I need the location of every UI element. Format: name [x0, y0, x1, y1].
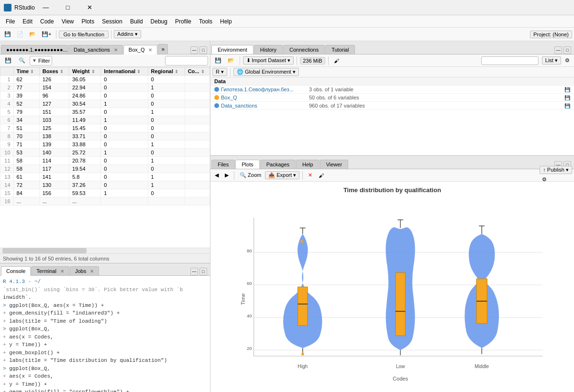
editor-collapse-button[interactable]: — — [190, 46, 198, 54]
tab-close-terminal[interactable]: ✕ — [60, 269, 64, 274]
plots-forward-button[interactable]: ▶ — [222, 170, 231, 181]
save-button[interactable]: 💾 — [2, 29, 13, 40]
menu-view[interactable]: View — [58, 17, 78, 26]
tab-console[interactable]: Console — [1, 266, 31, 276]
cell-value: 39 — [13, 92, 39, 100]
menu-code[interactable]: Code — [36, 17, 58, 26]
env-name-hypothesis: Гипотеза.1.Севофлуран.без... — [221, 87, 307, 92]
col-header-regional[interactable]: Regional ⇕ — [148, 67, 185, 76]
cell-value: 15.45 — [69, 124, 101, 132]
cell-value: 5.8 — [69, 173, 101, 181]
tab-jobs[interactable]: Jobs ✕ — [70, 266, 99, 275]
cell-value: 138 — [39, 132, 69, 141]
minimize-button[interactable]: — — [35, 0, 57, 15]
editor-save-btn[interactable]: 💾 — [2, 56, 14, 65]
menu-help[interactable]: Help — [216, 17, 236, 26]
tab-close-jobs[interactable]: ✕ — [90, 269, 94, 274]
env-settings-button[interactable]: ⚙ — [563, 55, 572, 66]
tab-packages[interactable]: Packages — [260, 160, 296, 169]
tab-more-button[interactable]: » — [158, 44, 168, 54]
col-header-weight[interactable]: Weight ⇕ — [69, 67, 101, 76]
console-collapse-button[interactable]: — — [190, 268, 198, 275]
env-row-boxq[interactable]: Box_Q 50 obs. of 6 variables 💾 — [210, 94, 574, 102]
cell-value: 96 — [39, 92, 69, 100]
cell-value: 0 — [101, 157, 148, 165]
svg-text:60: 60 — [247, 281, 252, 286]
tab-data-sanctions[interactable]: Data_sanctions ✕ — [68, 45, 123, 54]
env-expand-button[interactable]: □ — [563, 46, 571, 54]
cell-value: 30.54 — [69, 100, 101, 108]
table-row: 16212636.0500 — [0, 76, 210, 84]
open-file-button[interactable]: 📂 — [27, 29, 38, 40]
list-view-button[interactable]: List ▾ — [542, 56, 561, 65]
tab-environment[interactable]: Environment — [211, 45, 254, 54]
menu-profile[interactable]: Profile — [171, 17, 195, 26]
menu-debug[interactable]: Debug — [147, 17, 171, 26]
export-button[interactable]: 📤 Export ▾ — [265, 171, 299, 179]
cell-value: 58 — [13, 157, 39, 165]
tab-label-box-q: Box_Q — [129, 47, 145, 53]
tab-terminal[interactable]: Terminal ✕ — [31, 266, 69, 275]
zoom-button[interactable]: 🔍 Zoom — [237, 170, 264, 181]
go-to-file-button[interactable]: Go to file/function — [59, 31, 109, 38]
env-save-icon-datasanctions: 💾 — [564, 103, 570, 109]
tab-files[interactable]: Files — [211, 160, 235, 169]
table-search-input[interactable] — [165, 56, 208, 65]
col-header-international[interactable]: International ⇕ — [101, 67, 148, 76]
col-header-boxes[interactable]: Boxes ⇕ — [39, 67, 69, 76]
save-all-button[interactable]: 💾+ — [39, 29, 54, 40]
maximize-button[interactable]: □ — [57, 0, 79, 15]
tab-viewer[interactable]: Viewer — [320, 160, 348, 169]
r-dropdown[interactable]: R ▾ — [212, 68, 227, 76]
menu-session[interactable]: Session — [98, 17, 126, 26]
cell-value: 34 — [13, 116, 39, 124]
cell-value: 0 — [148, 92, 185, 100]
plots-delete-button[interactable]: ✕ — [306, 170, 315, 181]
tab-close-box-q[interactable]: ✕ — [148, 47, 152, 53]
env-save-button[interactable]: 💾 — [212, 55, 224, 66]
cell-value: 114 — [39, 157, 69, 165]
console-area[interactable]: R 4.1.3 · ~/ `stat_bin()` using `bins = … — [0, 276, 210, 392]
window-controls: — □ ✕ — [35, 0, 101, 15]
cell-value: 24.86 — [69, 92, 101, 100]
menu-plots[interactable]: Plots — [78, 17, 99, 26]
env-row-hypothesis[interactable]: Гипотеза.1.Севофлуран.без... 3 obs. of 1… — [210, 86, 574, 94]
editor-expand-button[interactable]: □ — [199, 46, 207, 54]
import-dataset-button[interactable]: ⬇ Import Dataset ▾ — [243, 56, 294, 65]
global-env-dropdown[interactable]: 🌐 Global Environment ▾ — [233, 68, 299, 76]
col-header-co[interactable]: Co... ⇕ — [185, 67, 210, 76]
new-file-button[interactable]: 📄 — [14, 29, 26, 40]
addins-button[interactable]: Addins ▾ — [114, 30, 141, 38]
menu-file[interactable]: File — [2, 17, 19, 26]
tab-connections[interactable]: Connections — [283, 45, 325, 54]
tab-script1[interactable]: ●●●●●●●.1.●●●●●●●●●... ✕ — [1, 45, 68, 54]
cell-value: 0 — [101, 141, 148, 149]
tab-box-q[interactable]: Box_Q ✕ — [123, 45, 158, 54]
menu-edit[interactable]: Edit — [19, 17, 36, 26]
plots-brush-button[interactable]: 🖌 — [316, 170, 326, 181]
col-header-time[interactable]: Time ⇕ — [13, 67, 39, 76]
editor-search-btn[interactable]: 🔍 — [16, 56, 28, 65]
menu-build[interactable]: Build — [126, 17, 147, 26]
cell-value: 20.78 — [69, 157, 101, 165]
tab-history[interactable]: History — [254, 45, 283, 54]
tab-help[interactable]: Help — [296, 160, 320, 169]
tab-tutorial[interactable]: Tutorial — [325, 45, 355, 54]
horizontal-scrollbar[interactable] — [0, 248, 210, 253]
tab-label-terminal: Terminal — [36, 268, 56, 274]
env-collapse-button[interactable]: — — [554, 46, 562, 54]
env-load-button[interactable]: 📂 — [225, 55, 237, 66]
env-brush-button[interactable]: 🖌 — [331, 55, 342, 66]
menu-tools[interactable]: Tools — [195, 17, 216, 26]
tab-plots[interactable]: Plots — [235, 160, 259, 169]
close-button[interactable]: ✕ — [79, 0, 101, 15]
tab-close-data-sanctions[interactable]: ✕ — [114, 47, 118, 53]
console-expand-button[interactable]: □ — [199, 268, 207, 275]
project-label[interactable]: Project: (None) — [530, 31, 572, 38]
plots-back-button[interactable]: ◀ — [212, 170, 221, 181]
env-search-input[interactable] — [481, 56, 539, 65]
data-table-wrapper: Time ⇕ Boxes ⇕ Weight ⇕ International ⇕ … — [0, 67, 210, 248]
publish-button[interactable]: ↑ Publish ▾ — [540, 166, 572, 174]
row-number: 10 — [0, 149, 14, 157]
env-row-datasanctions[interactable]: Data_sanctions 960 obs. of 17 variables … — [210, 102, 574, 110]
